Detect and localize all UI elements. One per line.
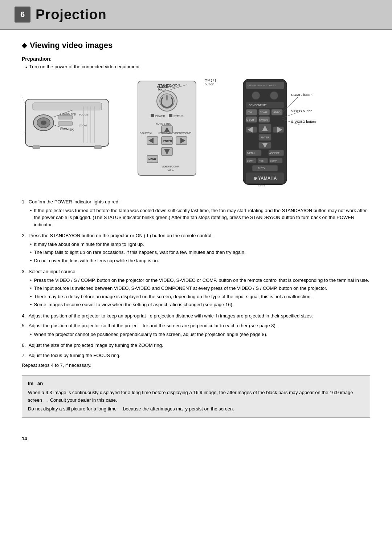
sub-bullet: • The lamp fails to light up on rare occ… <box>30 249 246 256</box>
step-content: Adjust the position of the projector so … <box>29 322 277 339</box>
svg-text:DVI: DVI <box>248 111 252 114</box>
sub-bullets-5: • When the projector cannot be positione… <box>30 331 277 338</box>
svg-rect-83 <box>252 165 278 171</box>
sub-text: There may be a delay before an image is … <box>34 293 311 300</box>
preparation-text: Turn on the power of the connected video… <box>29 64 141 70</box>
sub-text: Press the VIDEO / S / COMP. button on th… <box>34 277 369 284</box>
svg-point-50 <box>270 92 278 100</box>
step-6: 6. Adjust the size of the projected imag… <box>22 342 370 349</box>
svg-text:FOCUS: FOCUS <box>79 113 88 116</box>
projector-svg: FOCUS ring ZOOM ring FOCUS ZOOM <box>22 77 127 161</box>
svg-text:VIDEO/S/COMP.: VIDEO/S/COMP. <box>173 132 191 134</box>
svg-point-4 <box>41 121 46 125</box>
svg-text:STATUS: STATUS <box>173 115 183 117</box>
step-text: Adjust the position of the projector so … <box>29 323 277 328</box>
sub-text: When the projector cannot be positioned … <box>34 331 267 338</box>
sub-bullet: • If the projector was turned off before… <box>30 207 370 228</box>
main-content: ◆ Viewing video images Preparation: • Tu… <box>0 30 392 432</box>
step-content: Adjust the position of the projector to … <box>29 312 313 320</box>
bullet-dot: • <box>25 65 27 70</box>
step-num: 3. <box>22 268 26 309</box>
svg-text:VIDEO/S/COMP.: VIDEO/S/COMP. <box>162 165 179 168</box>
step-text: Adjust the position of the projector to … <box>29 313 313 319</box>
section-title-text: Viewing video images <box>30 41 113 50</box>
sub-bullets-2: • It may take about one minute for the l… <box>30 241 246 264</box>
sub-bullet: • Do not cover the lens with the lens ca… <box>30 257 246 264</box>
step-num: 4. <box>22 312 26 320</box>
sub-bullet: • The input source is switched between V… <box>30 285 369 292</box>
step-num: 7. <box>22 352 26 359</box>
step-content: Select an input source. • Press the VIDE… <box>29 268 369 309</box>
step-content: Press the STANDBY/ON button on the proje… <box>29 232 246 265</box>
svg-rect-23 <box>151 114 154 117</box>
step-content: Adjust the size of the projected image b… <box>29 342 163 349</box>
step-content: Adjust the focus by turning the FOCUS ri… <box>29 352 121 359</box>
svg-text:MENU: MENU <box>247 152 255 154</box>
svg-text:ASPECT: ASPECT <box>269 152 280 154</box>
svg-text:POWER: POWER <box>155 115 165 117</box>
svg-text:COMP: COMP <box>260 111 268 114</box>
svg-text:ENTER: ENTER <box>163 140 172 142</box>
svg-text:ENTER: ENTER <box>261 136 269 139</box>
sub-text: Do not cover the lens with the lens cap … <box>34 257 159 264</box>
steps-list: 1. Confirm the POWER indicator lights up… <box>22 198 370 359</box>
svg-rect-16 <box>94 146 102 149</box>
page-title: Projection <box>36 7 107 23</box>
sub-bullet: • It may take about one minute for the l… <box>30 241 246 248</box>
svg-rect-7 <box>58 116 73 119</box>
sub-bullet: • There may be a delay before an image i… <box>30 293 369 300</box>
preparation-bullet: • Turn on the power of the connected vid… <box>25 64 370 70</box>
svg-text:AUTO: AUTO <box>258 167 265 170</box>
svg-text:D-SUB/DVI: D-SUB/DVI <box>140 132 152 134</box>
step-num: 2. <box>22 232 26 265</box>
caution-label-text: Im an <box>28 381 43 386</box>
svg-text:MENU: MENU <box>148 158 156 161</box>
step-5: 5. Adjust the position of the projector … <box>22 322 370 339</box>
svg-text:S-VIDEO: S-VIDEO <box>259 119 268 121</box>
page-footer: 14 <box>0 432 392 445</box>
diamond-icon: ◆ <box>22 41 27 49</box>
svg-text:COMPONENT?: COMPONENT? <box>249 104 267 106</box>
step-4: 4. Adjust the position of the projector … <box>22 312 370 320</box>
control-panel-diagram: STANDBY/ON POWER STATUS AUTO SYNC <box>131 77 218 187</box>
svg-text:ON — POWER — STANDBY: ON — POWER — STANDBY <box>248 84 276 86</box>
svg-text:AUTO SYNC: AUTO SYNC <box>156 122 171 125</box>
svg-text:button: button <box>167 169 173 171</box>
svg-point-49 <box>252 92 260 100</box>
sub-bullets-1: • If the projector was turned off before… <box>30 207 370 228</box>
diagram-area: FOCUS ring ZOOM ring FOCUS ZOOM <box>22 77 370 191</box>
step-7: 7. Adjust the focus by turning the FOCUS… <box>22 352 370 359</box>
sub-bullet: • When the projector cannot be positione… <box>30 331 277 338</box>
section-heading: ◆ Viewing video images <box>22 41 370 50</box>
step-3: 3. Select an input source. • Press the V… <box>22 268 370 309</box>
sub-text: Some images become easier to view when t… <box>34 301 233 308</box>
step-text: Press the STANDBY/ON button on the proje… <box>29 233 213 238</box>
svg-text:COMP+: COMP+ <box>270 160 278 162</box>
svg-text:RGB: RGB <box>259 160 264 162</box>
step-text: Adjust the size of the projected image b… <box>29 343 163 348</box>
svg-rect-15 <box>33 146 40 149</box>
step-text: Adjust the focus by turning the FOCUS ri… <box>29 353 121 358</box>
svg-text:D-SUB: D-SUB <box>246 118 254 121</box>
svg-text:FOCUS ring: FOCUS ring <box>60 112 76 116</box>
step-1: 1. Confirm the POWER indicator lights up… <box>22 198 370 229</box>
step-num: 6. <box>22 342 26 349</box>
step-num: 1. <box>22 198 26 229</box>
standby-callout: STANDBY/ON button <box>158 83 180 91</box>
caution-label: Im an <box>28 380 364 388</box>
step-text: Select an input source. <box>29 269 77 274</box>
sub-bullet: • Some images become easier to view when… <box>30 301 369 308</box>
svg-text:VIDEO: VIDEO <box>273 111 281 114</box>
remote-diagram: ON — POWER — STANDBY COMPONENT? DVI COMP… <box>221 77 316 191</box>
svg-text:ZOOM ring: ZOOM ring <box>60 127 74 131</box>
sub-text: The lamp fails to light up on rare occas… <box>34 249 245 256</box>
svg-text:ZOOM: ZOOM <box>79 124 87 127</box>
svg-text:KEYSTONE: KEYSTONE <box>158 132 171 134</box>
step-content: Confirm the POWER indicator lights up re… <box>29 198 370 229</box>
sub-text: The input source is switched between VID… <box>34 285 327 292</box>
sub-bullets-3: • Press the VIDEO / S / COMP. button on … <box>30 277 369 308</box>
sub-text: If the projector was turned off before t… <box>34 207 370 228</box>
svg-text:60P-S1: 60P-S1 <box>258 185 265 187</box>
svg-rect-8 <box>58 122 73 125</box>
on1-callout: ON ( I ) button <box>205 78 216 86</box>
